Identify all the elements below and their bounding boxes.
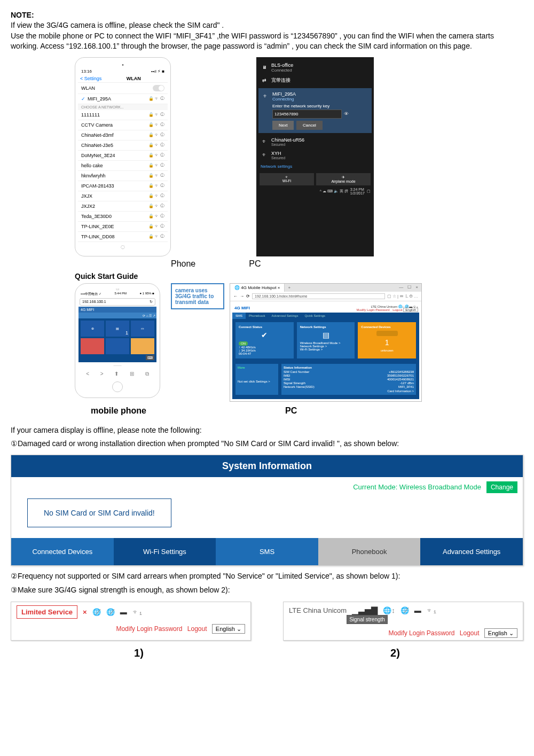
mobile-browser-phone: ▭ ••••中国电信 ✓ 5:44 PM ● 1 95% ■ ↻ 4G MIFI… (75, 283, 160, 398)
tab-connected-devices[interactable]: Connected Devices (11, 538, 114, 565)
logout-link[interactable]: Logout (187, 625, 207, 633)
wifi-network-row[interactable]: IPCAM-281433🔒 ᯤ ⓘ (78, 181, 168, 191)
airplane-icon: ✈ (318, 175, 368, 180)
ios-time: 13:16 (81, 69, 92, 74)
v: 359851590226701 (387, 374, 414, 377)
min-icon[interactable]: — (399, 285, 403, 291)
row[interactable]: Wi-Fi Settings > (300, 348, 352, 351)
notifications-icon[interactable]: ▢ (367, 189, 371, 193)
nav-back-icon[interactable]: ← (233, 294, 238, 299)
not-set-link[interactable]: Not set click Settings > (238, 380, 276, 383)
tabs-icon[interactable]: ⊞ (130, 371, 134, 377)
modify-pass-link[interactable]: Modify Login Password (357, 308, 390, 311)
wifi-network-row[interactable]: TP-LINK_2E0E🔒 ᯤ ⓘ (78, 222, 168, 232)
wifi-row-icons: 🔒 ᯤ ⓘ (148, 112, 164, 117)
v: MIFI_3F41 (398, 385, 414, 388)
mini-toolbar: ⟳ ⌂ ☰ ↗ (78, 313, 156, 318)
new-tab-button[interactable]: + (285, 284, 294, 292)
tab-sms[interactable]: SMS (232, 313, 246, 319)
close-icon[interactable]: × (415, 285, 418, 291)
net-sub: Secured (271, 156, 285, 160)
tab-phonebook[interactable]: Phonebook (246, 313, 268, 319)
max-icon[interactable]: ☐ (407, 285, 411, 291)
logout-link[interactable]: Logout (460, 629, 480, 637)
wifi-network-row[interactable]: hello cake🔒 ᯤ ⓘ (78, 161, 168, 171)
choose-network-header: CHOOSE A NETWORK... (78, 104, 168, 110)
connected-devices-tile[interactable]: Connected Devices 1 unknown (358, 322, 416, 358)
change-button[interactable]: Change (486, 481, 517, 493)
wifi-connected-row[interactable]: 🖥 BLS-office Connected (260, 60, 371, 75)
wlan-toggle[interactable] (153, 85, 164, 91)
airplane-tile[interactable]: ✈Airplane mode (316, 173, 371, 185)
loading-spinner-icon: ◌ (78, 242, 168, 252)
wifi-network-row[interactable]: JXJX🔒 ᯤ ⓘ (78, 191, 168, 201)
url-input[interactable] (82, 300, 148, 303)
wifi-row[interactable]: ᯤXYHSecured (260, 149, 371, 162)
wifi-network-row[interactable]: hknvfwryhh🔒 ᯤ ⓘ (78, 171, 168, 181)
network-list: 1111111🔒 ᯤ ⓘCCTV Camera🔒 ᯤ ⓘChinaNet-d3m… (78, 110, 168, 242)
tab-advanced-settings[interactable]: Advanced Settings (420, 538, 523, 565)
wifi-icon: ᯤ (261, 152, 268, 158)
modify-password-link[interactable]: Modify Login Password (388, 629, 454, 637)
browser-tab[interactable]: 🌐 4G Mobile Hotspot × (230, 284, 285, 292)
share-icon[interactable]: ⬆ (114, 371, 119, 377)
address-bar[interactable]: 192.168.100.1/ndex.html#home (252, 293, 385, 299)
wifi-row[interactable]: ᯤChinaNet-uR56Secured (260, 135, 371, 149)
v: -127 dBm (400, 381, 414, 385)
mobile-phone-label: mobile phone (91, 406, 146, 416)
connected-network[interactable]: MIFI_295A (88, 96, 111, 102)
network-settings-link[interactable]: Network settings (260, 162, 371, 171)
current-mode-label: Current Mode: Wireless Broadband Mode (353, 483, 481, 491)
tile-red[interactable] (81, 338, 104, 354)
back-icon[interactable]: < (86, 371, 89, 377)
tab-phonebook[interactable]: Phonebook (318, 538, 421, 565)
wifi-network-row[interactable]: 1111111🔒 ᯤ ⓘ (78, 110, 168, 120)
more-link[interactable]: More (238, 366, 276, 369)
modify-password-link[interactable]: Modify Login Password (116, 625, 182, 633)
wifi-network-row[interactable]: TP-LINK_DD08🔒 ᯤ ⓘ (78, 232, 168, 242)
tab-quick[interactable]: Quick Settings (301, 313, 328, 319)
net-tile[interactable]: ▤1 (106, 321, 129, 337)
home-button[interactable] (112, 381, 123, 392)
network-settings-tile[interactable]: Network Settings ▤ Wireless Broadband Mo… (297, 322, 355, 358)
next-button[interactable]: Next (272, 121, 294, 130)
wifi-network-row[interactable]: ChinaNet-J3e5🔒 ᯤ ⓘ (78, 141, 168, 151)
connect-status-tile[interactable]: Connect Status ✔ ON ↑ 42.48Kb/s ↓ 34.19K… (235, 322, 294, 358)
card-info-link[interactable]: Card Information > (284, 389, 414, 393)
cancel-button[interactable]: Cancel (296, 121, 323, 130)
tile-mid[interactable] (106, 338, 129, 354)
signal-bars-icon: ▁▃▅▇ (352, 606, 378, 615)
tab-sms[interactable]: SMS (216, 538, 318, 565)
lang-select[interactable]: English (403, 308, 418, 312)
on-toggle[interactable]: ON (239, 341, 248, 346)
k: Signal Strength (284, 381, 305, 385)
clock: 5:44 PM (115, 292, 127, 297)
pc-browser-window: 🌐 4G Mobile Hotspot × + — ☐ × ← → ⟳ 192.… (230, 283, 422, 402)
security-key-input[interactable] (272, 110, 342, 119)
wifi-network-row[interactable]: ChinaNet-d3mf🔒 ᯤ ⓘ (78, 130, 168, 141)
wifi-network-row[interactable]: CCTV Camera🔒 ᯤ ⓘ (78, 120, 168, 130)
back-button[interactable]: < Settings (80, 76, 101, 81)
fwd-icon[interactable]: > (100, 371, 104, 377)
nav-fwd-icon[interactable]: → (240, 294, 244, 299)
k: IMEI (284, 374, 290, 377)
tab-wifi-settings[interactable]: Wi-Fi Settings (114, 538, 216, 565)
status-tile[interactable]: ⊕ (81, 321, 104, 337)
pages-icon[interactable]: ⧉ (145, 371, 149, 377)
logout-link[interactable]: Logout (392, 308, 402, 311)
wifi-network-row[interactable]: Teda_3E30D0🔒 ᯤ ⓘ (78, 212, 168, 222)
tile-orange[interactable] (131, 338, 154, 354)
network-name: JXJX (81, 193, 92, 199)
check-circle-icon: ✔ (239, 331, 290, 339)
language-select[interactable]: English ⌄ (484, 628, 517, 638)
reload-icon[interactable]: ↻ (150, 300, 153, 304)
dev-tile[interactable]: ▭ (131, 321, 154, 337)
wifi-network-row[interactable]: JXJX2🔒 ᯤ ⓘ (78, 201, 168, 212)
wifi-tile[interactable]: ᯤWi-Fi (260, 173, 314, 185)
tab-advanced[interactable]: Advanced Settings (268, 313, 301, 319)
nav-reload-icon[interactable]: ⟳ (246, 294, 250, 299)
wifi-network-row[interactable]: DoMyNet_3E24🔒 ᯤ ⓘ (78, 151, 168, 161)
show-password-icon[interactable]: 👁 (344, 111, 349, 116)
language-select[interactable]: English ⌄ (212, 624, 245, 634)
broadband-row[interactable]: ⇄ 宽带连接 (260, 75, 371, 86)
